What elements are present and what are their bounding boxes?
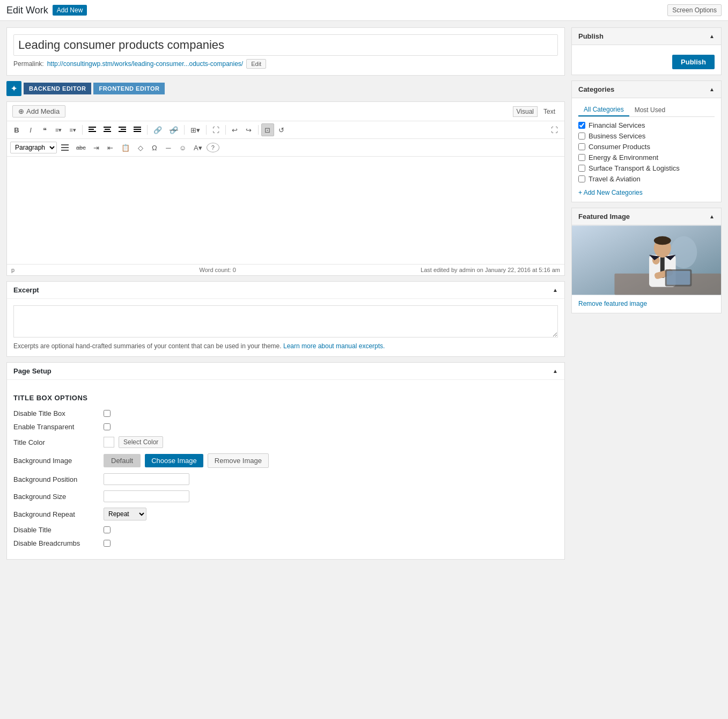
remove-image-button[interactable]: Remove Image — [208, 453, 269, 468]
category-tabs: All Categories Most Used — [578, 104, 715, 117]
category-checkbox-financial[interactable] — [578, 122, 585, 129]
enable-transparent-checkbox[interactable] — [104, 423, 111, 430]
undo-button[interactable]: ↩ — [229, 123, 241, 136]
editor-content[interactable] — [7, 157, 564, 264]
blockquote-button[interactable]: ❝ — [38, 123, 51, 136]
svg-rect-0 — [89, 127, 96, 128]
frontend-editor-button[interactable]: FRONTEND EDITOR — [93, 83, 165, 94]
svg-rect-2 — [89, 131, 96, 132]
paragraph-select[interactable]: Paragraph — [10, 142, 57, 153]
add-media-row: ⊕ Add Media Visual Text — [7, 102, 564, 121]
align-center-button[interactable] — [100, 123, 114, 136]
excerpt-metabox: Excerpt ▲ Excerpts are optional hand-cra… — [6, 281, 565, 357]
publish-button[interactable]: Publish — [672, 55, 715, 69]
bold-button[interactable]: B — [10, 123, 23, 136]
background-size-input[interactable] — [104, 490, 189, 502]
page-setup-header[interactable]: Page Setup ▲ — [7, 363, 564, 380]
page-setup-collapse-icon: ▲ — [553, 368, 558, 374]
paste-text-button[interactable]: 📋 — [118, 141, 133, 154]
category-item-business: Business Services — [578, 132, 715, 140]
all-categories-tab[interactable]: All Categories — [578, 104, 629, 116]
category-item-transport: Surface Transport & Logistics — [578, 164, 715, 172]
visual-tab[interactable]: Visual — [513, 106, 538, 117]
sidebar-column: Publish ▲ Publish Categories ▲ All Categ… — [571, 27, 722, 319]
category-checkbox-energy[interactable] — [578, 154, 585, 161]
category-label-travel: Travel & Aviation — [589, 175, 641, 183]
background-position-input[interactable] — [104, 473, 189, 485]
format-lines-button[interactable] — [58, 141, 72, 154]
editor-toggle-row: ✦ BACKEND EDITOR FRONTEND EDITOR — [6, 81, 565, 96]
expand-button[interactable]: ⛶ — [209, 123, 223, 136]
category-item-consumer: Consumer Products — [578, 143, 715, 151]
enable-transparent-row: Enable Transparent — [13, 423, 558, 431]
fullscreen-button[interactable]: ⛶ — [548, 123, 561, 136]
hr-button[interactable]: ─ — [162, 141, 175, 154]
publish-box-header[interactable]: Publish ▲ — [572, 28, 721, 45]
emoji-button[interactable]: ☺ — [176, 141, 189, 154]
permalink-url[interactable]: http://consultingwp.stm/works/leading-co… — [47, 60, 244, 68]
add-new-button[interactable]: Add New — [53, 5, 87, 16]
outdent-button[interactable]: ⇤ — [104, 141, 117, 154]
background-repeat-row: Background Repeat Repeat No Repeat Repea… — [13, 508, 558, 520]
table-button[interactable]: ⊞▾ — [187, 123, 203, 136]
align-right-button[interactable] — [115, 123, 129, 136]
backend-editor-button[interactable]: BACKEND EDITOR — [24, 83, 91, 94]
italic-button[interactable]: I — [24, 123, 37, 136]
category-checkbox-transport[interactable] — [578, 165, 585, 172]
most-used-tab[interactable]: Most Used — [629, 104, 671, 116]
svg-rect-4 — [105, 129, 110, 130]
svg-rect-5 — [104, 131, 111, 132]
text-color-button[interactable]: A▾ — [190, 141, 205, 154]
category-checkbox-business[interactable] — [578, 133, 585, 140]
refresh-button[interactable]: ↺ — [275, 123, 288, 136]
indent-button[interactable]: ⇥ — [90, 141, 103, 154]
link-button[interactable]: 🔗 — [150, 123, 165, 136]
redo-button[interactable]: ↪ — [242, 123, 255, 136]
source-button[interactable]: ⊡ — [261, 123, 274, 136]
unlink-button[interactable]: 🔗 — [166, 123, 181, 136]
background-repeat-select[interactable]: Repeat No Repeat Repeat X Repeat Y — [104, 508, 146, 520]
toolbar-sep5 — [225, 125, 226, 135]
help-button[interactable]: ? — [207, 143, 219, 152]
permalink-edit-button[interactable]: Edit — [246, 59, 266, 69]
add-media-button[interactable]: ⊕ Add Media — [12, 105, 65, 118]
disable-breadcrumbs-row: Disable Breadcrumbs — [13, 539, 558, 547]
category-checkbox-travel[interactable] — [578, 175, 585, 182]
remove-featured-image-link[interactable]: Remove featured image — [572, 297, 721, 313]
featured-image-header[interactable]: Featured Image ▲ — [572, 208, 721, 225]
excerpt-textarea[interactable] — [13, 305, 558, 338]
color-swatch — [104, 437, 114, 447]
text-tab[interactable]: Text — [540, 106, 559, 117]
disable-breadcrumbs-checkbox[interactable] — [104, 540, 111, 547]
unordered-list-button[interactable]: ≡▾ — [52, 123, 65, 136]
categories-box-header[interactable]: Categories ▲ — [572, 81, 721, 98]
abc-button[interactable]: abc — [73, 141, 89, 154]
category-label-energy: Energy & Environment — [589, 153, 658, 162]
select-color-button[interactable]: Select Color — [119, 436, 163, 448]
excerpt-note: Excerpts are optional hand-crafted summa… — [13, 342, 558, 350]
eraser-button[interactable]: ◇ — [134, 141, 147, 154]
page-setup-title: Page Setup — [13, 367, 52, 375]
align-left-button[interactable] — [85, 123, 99, 136]
post-title-input[interactable] — [13, 34, 558, 56]
featured-image-title: Featured Image — [578, 212, 630, 221]
disable-title-box-checkbox[interactable] — [104, 410, 111, 417]
ordered-list-button[interactable]: ≡▾ — [66, 123, 79, 136]
background-image-row: Background Image Default Choose Image Re… — [13, 453, 558, 468]
omega-button[interactable]: Ω — [148, 141, 161, 154]
publish-box: Publish ▲ Publish — [571, 27, 722, 75]
align-justify-button[interactable] — [130, 123, 144, 136]
background-image-label: Background Image — [13, 457, 99, 465]
excerpt-header[interactable]: Excerpt ▲ — [7, 282, 564, 299]
excerpt-learn-more-link[interactable]: Learn more about manual excerpts. — [283, 342, 385, 350]
screen-options-button[interactable]: Screen Options — [667, 4, 722, 16]
featured-image-svg — [572, 225, 721, 295]
choose-image-button[interactable]: Choose Image — [145, 454, 203, 467]
disable-title-checkbox[interactable] — [104, 526, 111, 533]
add-new-category-link[interactable]: + Add New Categories — [578, 189, 643, 196]
svg-rect-12 — [61, 144, 69, 145]
category-checkbox-consumer[interactable] — [578, 143, 585, 150]
default-button[interactable]: Default — [104, 454, 141, 467]
permalink-label: Permalink: — [13, 60, 44, 68]
toolbar-sep3 — [184, 125, 185, 135]
